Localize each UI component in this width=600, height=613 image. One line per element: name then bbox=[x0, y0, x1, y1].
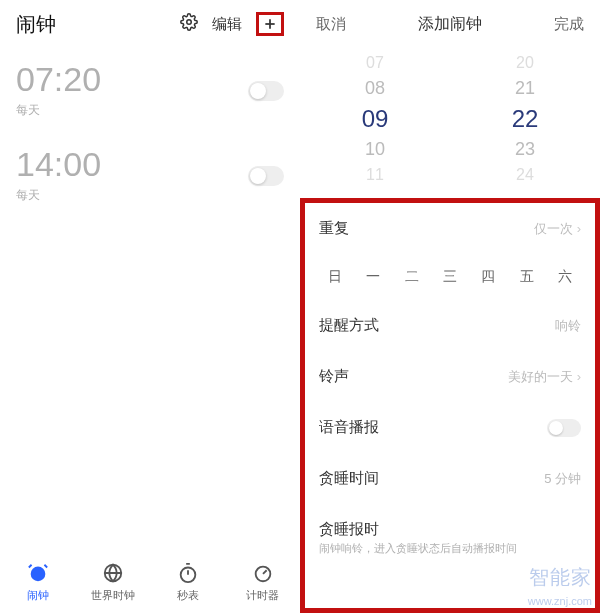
alarm-icon bbox=[27, 562, 49, 584]
voice-broadcast-row: 语音播报 bbox=[305, 402, 595, 453]
voice-toggle[interactable] bbox=[547, 419, 581, 437]
weekday[interactable]: 二 bbox=[396, 268, 427, 286]
stopwatch-icon bbox=[177, 562, 199, 584]
add-alarm-screen: 取消 添加闹钟 完成 07 08 09 10 11 20 21 22 23 24… bbox=[300, 0, 600, 613]
svg-point-3 bbox=[30, 566, 45, 581]
nav-alarm[interactable]: 闹钟 bbox=[0, 551, 75, 613]
nav-world-clock[interactable]: 世界时钟 bbox=[75, 551, 150, 613]
weekday-selector[interactable]: 日 一 二 三 四 五 六 bbox=[305, 254, 595, 300]
nav-label: 计时器 bbox=[246, 588, 279, 603]
svg-point-5 bbox=[180, 567, 195, 582]
alarm-item[interactable]: 07:20 每天 bbox=[16, 48, 284, 133]
hour-wheel[interactable]: 07 08 09 10 11 bbox=[362, 54, 389, 184]
timer-icon bbox=[252, 562, 274, 584]
alarm-time: 14:00 bbox=[16, 147, 284, 181]
nav-label: 世界时钟 bbox=[91, 588, 135, 603]
bottom-nav: 闹钟 世界时钟 秒表 计时器 bbox=[0, 551, 300, 613]
modal-title: 添加闹钟 bbox=[346, 14, 554, 35]
svg-point-0 bbox=[187, 20, 192, 25]
settings-icon[interactable] bbox=[180, 13, 198, 35]
weekday[interactable]: 三 bbox=[434, 268, 465, 286]
remind-method-row[interactable]: 提醒方式 响铃 bbox=[305, 300, 595, 351]
alarm-repeat: 每天 bbox=[16, 102, 284, 119]
nav-label: 秒表 bbox=[177, 588, 199, 603]
chevron-right-icon: › bbox=[577, 221, 581, 236]
time-picker[interactable]: 07 08 09 10 11 20 21 22 23 24 bbox=[300, 48, 600, 192]
nav-label: 闹钟 bbox=[27, 588, 49, 603]
nav-stopwatch[interactable]: 秒表 bbox=[150, 551, 225, 613]
cancel-button[interactable]: 取消 bbox=[316, 15, 346, 34]
minute-wheel[interactable]: 20 21 22 23 24 bbox=[512, 54, 539, 184]
weekday[interactable]: 日 bbox=[319, 268, 350, 286]
snooze-duration-row[interactable]: 贪睡时间 5 分钟 bbox=[305, 453, 595, 504]
ringtone-row[interactable]: 铃声 美好的一天 › bbox=[305, 351, 595, 402]
alarm-toggle[interactable] bbox=[248, 81, 284, 101]
alarm-list-screen: 闹钟 编辑 07:20 每天 14:00 每天 bbox=[0, 0, 300, 613]
weekday[interactable]: 一 bbox=[357, 268, 388, 286]
repeat-row[interactable]: 重复 仅一次 › bbox=[305, 203, 595, 254]
weekday[interactable]: 四 bbox=[473, 268, 504, 286]
page-title: 闹钟 bbox=[16, 11, 180, 38]
snooze-report-row: 贪睡报时 闹钟响铃，进入贪睡状态后自动播报时间 bbox=[305, 504, 595, 563]
chevron-right-icon: › bbox=[577, 369, 581, 384]
alarm-item[interactable]: 14:00 每天 bbox=[16, 133, 284, 218]
alarm-time: 07:20 bbox=[16, 62, 284, 96]
alarm-list: 07:20 每天 14:00 每天 bbox=[0, 48, 300, 218]
weekday[interactable]: 五 bbox=[511, 268, 542, 286]
globe-icon bbox=[102, 562, 124, 584]
right-header: 取消 添加闹钟 完成 bbox=[300, 0, 600, 48]
add-alarm-button[interactable] bbox=[256, 12, 284, 36]
nav-timer[interactable]: 计时器 bbox=[225, 551, 300, 613]
edit-button[interactable]: 编辑 bbox=[212, 15, 242, 34]
alarm-toggle[interactable] bbox=[248, 166, 284, 186]
done-button[interactable]: 完成 bbox=[554, 15, 584, 34]
alarm-repeat: 每天 bbox=[16, 187, 284, 204]
weekday[interactable]: 六 bbox=[550, 268, 581, 286]
alarm-settings-form: 重复 仅一次 › 日 一 二 三 四 五 六 提醒方式 响铃 铃声 美好的一天 … bbox=[300, 198, 600, 613]
left-header: 闹钟 编辑 bbox=[0, 0, 300, 48]
